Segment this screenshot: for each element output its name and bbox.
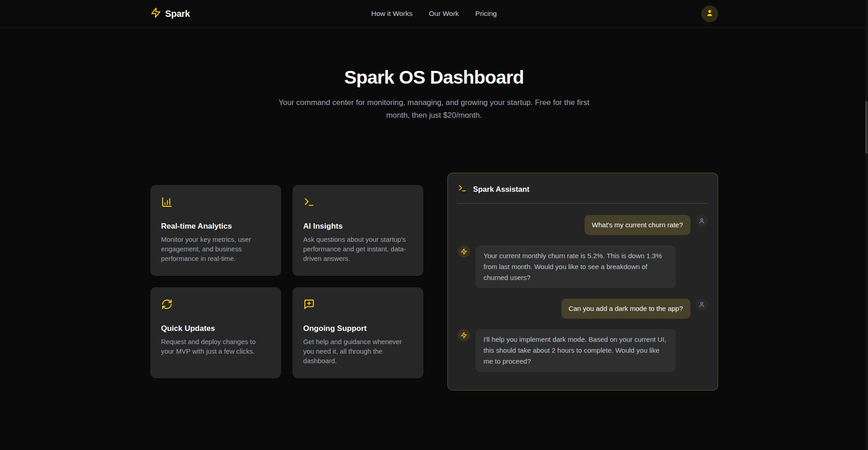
feature-card: Quick Updates Request and deploy changes… bbox=[150, 287, 281, 378]
feature-title: Quick Updates bbox=[161, 324, 270, 333]
assistant-message-bubble: Your current monthly churn rate is 5.2%.… bbox=[476, 245, 676, 288]
feature-card: Real-time Analytics Monitor your key met… bbox=[150, 185, 281, 276]
user-icon bbox=[696, 215, 708, 227]
brand-name: Spark bbox=[165, 9, 190, 19]
message-square-plus-icon bbox=[303, 299, 412, 312]
hero-subtitle: Your command center for monitoring, mana… bbox=[278, 96, 591, 122]
page-scrollbar-thumb[interactable] bbox=[865, 101, 868, 154]
chat-message-user: What's my current churn rate? bbox=[458, 215, 708, 235]
brand-logo[interactable]: Spark bbox=[150, 7, 190, 20]
user-message-bubble: What's my current churn rate? bbox=[585, 215, 690, 235]
feature-description: Ask questions about your startup's perfo… bbox=[303, 235, 412, 264]
spark-assistant-panel: Spark Assistant What's my current churn … bbox=[447, 173, 718, 390]
user-message-bubble: Can you add a dark mode to the app? bbox=[561, 299, 690, 319]
page-title: Spark OS Dashboard bbox=[0, 67, 868, 88]
feature-description: Monitor your key metrics, user engagemen… bbox=[161, 235, 270, 264]
top-navigation-bar: Spark How it Works Our Work Pricing bbox=[0, 0, 868, 28]
main-content: Real-time Analytics Monitor your key met… bbox=[150, 173, 718, 390]
assistant-panel-header: Spark Assistant bbox=[458, 173, 708, 204]
feature-title: Ongoing Support bbox=[303, 324, 412, 333]
feature-card: Ongoing Support Get help and guidance wh… bbox=[293, 287, 423, 378]
nav-our-work[interactable]: Our Work bbox=[429, 10, 459, 18]
zap-icon bbox=[150, 7, 161, 20]
features-grid: Real-time Analytics Monitor your key met… bbox=[150, 185, 423, 378]
nav-how-it-works[interactable]: How it Works bbox=[371, 10, 412, 18]
zap-icon bbox=[458, 245, 470, 258]
chat-message-user: Can you add a dark mode to the app? bbox=[458, 299, 708, 319]
user-icon bbox=[696, 299, 708, 310]
user-icon bbox=[705, 9, 714, 19]
terminal-icon bbox=[458, 184, 467, 195]
terminal-icon bbox=[303, 196, 412, 210]
page-scrollbar-track bbox=[865, 0, 868, 450]
zap-icon bbox=[458, 329, 470, 341]
assistant-panel-title: Spark Assistant bbox=[473, 185, 530, 194]
assistant-message-bubble: I'll help you implement dark mode. Based… bbox=[476, 329, 676, 372]
main-nav: How it Works Our Work Pricing bbox=[371, 10, 496, 18]
nav-pricing[interactable]: Pricing bbox=[475, 10, 496, 18]
feature-description: Request and deploy changes to your MVP w… bbox=[161, 337, 270, 356]
account-avatar-button[interactable] bbox=[701, 5, 718, 22]
hero-section: Spark OS Dashboard Your command center f… bbox=[0, 28, 868, 122]
feature-title: Real-time Analytics bbox=[161, 222, 270, 231]
feature-card: AI Insights Ask questions about your sta… bbox=[293, 185, 423, 276]
chat-message-list: What's my current churn rate? Your curre… bbox=[448, 204, 718, 390]
feature-description: Get help and guidance whenever you need … bbox=[303, 337, 412, 366]
refresh-icon bbox=[161, 299, 270, 312]
chat-message-assistant: I'll help you implement dark mode. Based… bbox=[458, 329, 708, 372]
chat-message-assistant: Your current monthly churn rate is 5.2%.… bbox=[458, 245, 708, 288]
bar-chart-icon bbox=[161, 196, 270, 210]
feature-title: AI Insights bbox=[303, 222, 412, 231]
